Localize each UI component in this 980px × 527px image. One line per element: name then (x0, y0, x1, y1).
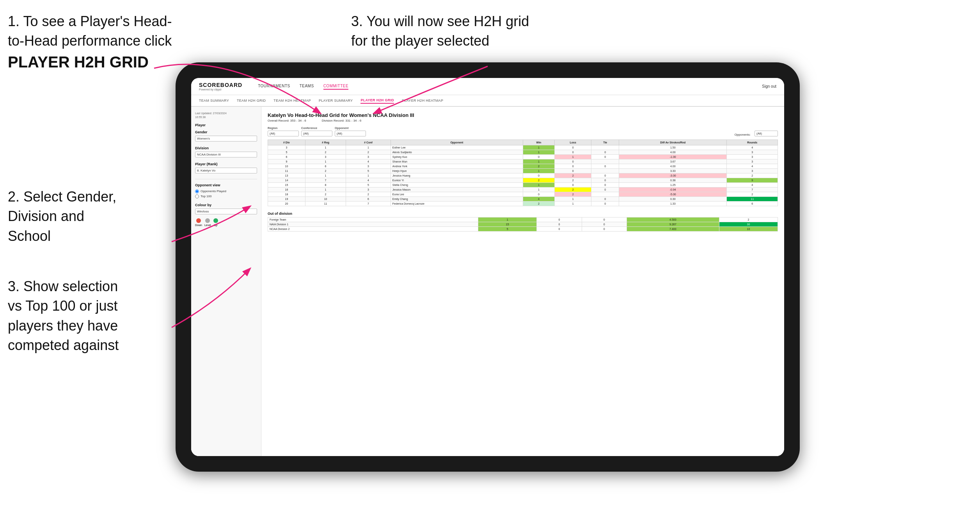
col-opponent: Opponent (391, 140, 523, 145)
tablet-device: SCOREBOARD Powered by clippd TOURNAMENTS… (176, 62, 800, 472)
legend-down: Down (195, 218, 202, 226)
logo-title: SCOREBOARD (199, 82, 242, 88)
sidebar-division-label: Division (195, 146, 257, 150)
subnav-team-summary[interactable]: TEAM SUMMARY (199, 98, 229, 103)
logo-subtitle: Powered by clippd (199, 88, 242, 91)
colour-by-label: Colour by (195, 203, 257, 207)
col-rounds: Rounds (727, 140, 778, 145)
colour-by-section: Colour by Win/loss Down Level (195, 203, 257, 226)
opponent-select[interactable]: (All) (335, 131, 366, 136)
nav-tournaments[interactable]: TOURNAMENTS (258, 83, 290, 90)
table-row: 311Esther Lee101.504 (268, 145, 778, 150)
main-data-table: # Div # Reg # Conf Opponent Win Loss Tie… (268, 140, 778, 206)
table-row: 1474Eunice Yi2200.389 (268, 178, 778, 183)
out-of-div-row: NCAA Division 25007.40010 (268, 227, 778, 232)
sidebar-player-rank-label: Player (Rank) (195, 162, 257, 166)
nav-teams[interactable]: TEAMS (300, 83, 314, 90)
sidebar: Last Updated: 27/03/2024 16:55:38 Player… (191, 107, 261, 456)
opponent-view-label: Opponent view (195, 183, 257, 187)
col-loss: Loss (555, 140, 591, 145)
subnav-team-h2h-heatmap[interactable]: TEAM H2H HEATMAP (273, 98, 311, 103)
sub-nav: TEAM SUMMARY TEAM H2H GRID TEAM H2H HEAT… (191, 95, 784, 107)
out-of-div-row: Foreign Team1004.5002 (268, 218, 778, 222)
conference-select[interactable]: (All) (301, 131, 332, 136)
instruction-bottom-left: 3. Show selectionvs Top 100 or justplaye… (8, 277, 183, 355)
logo-area: SCOREBOARD Powered by clippd (199, 82, 242, 91)
instruction-middle-left: 2. Select Gender,Division andSchool (8, 187, 176, 246)
table-row: 20117Federica Domecq Lacroze2101.336 (268, 202, 778, 206)
table-row: 1822Euna Lee02-5.002 (268, 192, 778, 197)
instruction-top-left: 1. To see a Player's Head- to-Head perfo… (8, 12, 211, 73)
colour-legend: Down Level Up (195, 218, 257, 226)
table-row: 633Sydney Kuo010-1.003 (268, 155, 778, 159)
table-row: 1613Jessica Mason120-0.947 (268, 187, 778, 192)
opponents-label: Opponents: (735, 133, 751, 136)
col-win: Win (523, 140, 554, 145)
nav-committee[interactable]: COMMITTEE (323, 83, 349, 90)
filter-row: Region (All) Conference (All) (268, 126, 778, 136)
region-filter: Region (All) (268, 126, 299, 136)
subnav-player-h2h-grid[interactable]: PLAYER H2H GRID (360, 97, 394, 104)
sidebar-timestamp: Last Updated: 27/03/2024 16:55:38 (195, 111, 257, 119)
table-row: 1063Andrea York2004.004 (268, 164, 778, 169)
conference-filter: Conference (All) (301, 126, 332, 136)
radio-opponents-played[interactable]: Opponents Played (195, 189, 257, 193)
out-of-division-label: Out of division (268, 212, 778, 216)
app-header: SCOREBOARD Powered by clippd TOURNAMENTS… (191, 78, 784, 95)
subnav-player-summary[interactable]: PLAYER SUMMARY (319, 98, 353, 103)
panel-title: Katelyn Vo Head-to-Head Grid for Women's… (268, 112, 778, 118)
subnav-player-h2h-heatmap[interactable]: PLAYER H2H HEATMAP (402, 98, 443, 103)
player-rank-select[interactable]: 8. Katelyn Vo (195, 168, 257, 173)
overall-record: Overall Record: 353 - 34 - 6 (268, 119, 306, 122)
legend-level: Level (204, 218, 211, 226)
region-select[interactable]: (All) (268, 131, 299, 136)
sign-out-button[interactable]: Sign out (762, 84, 776, 88)
subnav-team-h2h-grid[interactable]: TEAM H2H GRID (237, 98, 266, 103)
col-tie: Tie (591, 140, 619, 145)
division-select[interactable]: NCAA Division III NCAA Division I NCAA D… (195, 152, 257, 157)
radio-top-100[interactable]: Top 100 (195, 195, 257, 198)
gender-select[interactable]: Women's Men's (195, 136, 257, 141)
table-row: 1311Jessica Huang020-3.002 (268, 173, 778, 178)
col-conf: # Conf (346, 140, 391, 145)
table-row: 1585Stella Cheng1001.254 (268, 183, 778, 187)
main-nav: TOURNAMENTS TEAMS COMMITTEE (258, 83, 750, 90)
table-row: 522Alexis Sudjianto1004.003 (268, 150, 778, 155)
legend-level-circle (205, 218, 210, 223)
out-of-division-table: Foreign Team1004.5002NAIA Division 11500… (268, 217, 778, 232)
tablet-screen: SCOREBOARD Powered by clippd TOURNAMENTS… (191, 78, 784, 456)
opponent-filter: Opponent (All) (335, 126, 366, 136)
table-row: 19106Emily Chang4100.3011 (268, 197, 778, 202)
sidebar-gender-label: Gender (195, 130, 257, 134)
sidebar-player-label: Player (195, 123, 257, 127)
colour-by-select[interactable]: Win/loss (195, 209, 257, 214)
panel-subtitle: Overall Record: 353 - 34 - 6 Division Re… (268, 119, 778, 122)
legend-down-circle (196, 218, 201, 223)
legend-up: Up (213, 218, 218, 226)
legend-up-circle (213, 218, 218, 223)
col-reg: # Reg (305, 140, 346, 145)
main-content: Last Updated: 27/03/2024 16:55:38 Player… (191, 107, 784, 456)
content-panel: Katelyn Vo Head-to-Head Grid for Women's… (261, 107, 784, 456)
table-row: 1125Heejo Hyun103.333 (268, 169, 778, 173)
col-div: # Div (268, 140, 305, 145)
col-diff: Diff Av Strokes/Rnd (619, 140, 727, 145)
instruction-top-right: 3. You will now see H2H gridfor the play… (351, 12, 577, 51)
out-of-div-row: NAIA Division 115009.26730 (268, 222, 778, 227)
division-record: Division Record: 331 - 34 - 6 (322, 119, 361, 122)
table-row: 914Sharon Mun103.673 (268, 159, 778, 164)
radio-group: Opponents Played Top 100 (195, 189, 257, 198)
opponents-select[interactable]: (All) (755, 131, 778, 136)
